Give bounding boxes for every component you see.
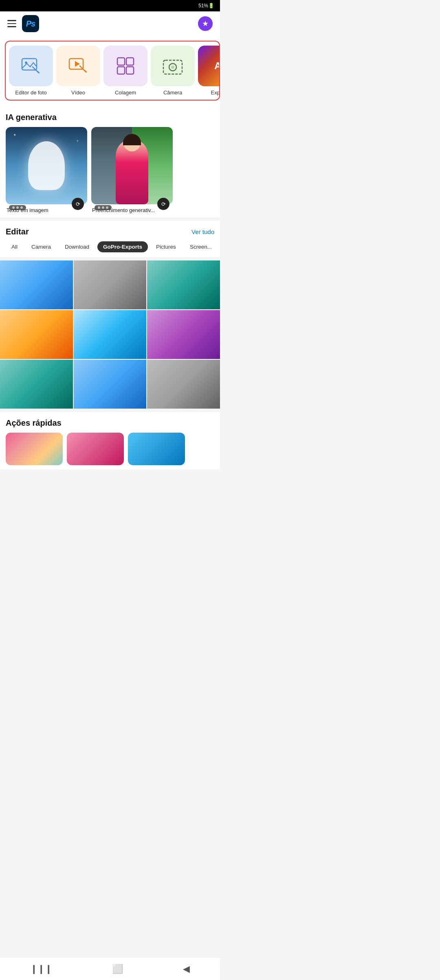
acao-card-3[interactable] bbox=[128, 433, 185, 465]
dress-image: ✦ ✦ bbox=[6, 127, 87, 204]
camera-label: Câmera bbox=[163, 90, 182, 96]
tool-camera[interactable]: Câmera bbox=[151, 46, 195, 96]
svg-text:A: A bbox=[214, 60, 220, 71]
ia-generativa-title: IA generativa bbox=[6, 113, 57, 122]
tool-editor-foto[interactable]: Editor de foto bbox=[9, 46, 53, 96]
filter-all[interactable]: All bbox=[6, 241, 23, 252]
editar-section: Editar Ver tudo All Camera Download GoPr… bbox=[0, 221, 220, 257]
battery-icon: 🔋 bbox=[208, 3, 214, 9]
acoes-title: Ações rápidas bbox=[6, 418, 62, 428]
filter-pictures[interactable]: Pictures bbox=[150, 241, 182, 252]
filter-camera[interactable]: Camera bbox=[26, 241, 57, 252]
photo-cell-2[interactable] bbox=[74, 260, 147, 309]
app-icon[interactable]: Ps bbox=[22, 15, 39, 32]
hamburger-button[interactable] bbox=[7, 20, 16, 27]
ai-card-preenchimento[interactable]: ⟳ Preenchimento generativ... bbox=[91, 127, 173, 213]
colagem-icon-box bbox=[103, 46, 147, 86]
photo-grid bbox=[0, 260, 220, 409]
ai-cards-container: ✦ ✦ ⟳ Texto em imagem bbox=[6, 127, 214, 213]
battery-text: 51% bbox=[198, 3, 208, 9]
filter-gopro[interactable]: GoPro-Exports bbox=[97, 241, 148, 252]
photo-cell-3[interactable] bbox=[147, 260, 220, 309]
main-content: IA generativa ✦ ✦ ⟳ Texto em bbox=[0, 105, 220, 498]
editor-foto-icon-box bbox=[9, 46, 53, 86]
ai-overlay-dots bbox=[9, 205, 26, 210]
tool-colagem[interactable]: Colagem bbox=[103, 46, 147, 96]
acoes-rapidas-section: Ações rápidas bbox=[0, 412, 220, 469]
acao-card-2[interactable] bbox=[67, 433, 124, 465]
express-label: Expre... bbox=[211, 90, 220, 96]
photo-cell-6[interactable] bbox=[147, 310, 220, 359]
tools-section: Editor de foto Vídeo bbox=[0, 36, 220, 105]
svg-rect-10 bbox=[117, 67, 125, 74]
camera-icon-box bbox=[151, 46, 195, 86]
portrait-image bbox=[91, 127, 173, 204]
acoes-cards bbox=[6, 433, 214, 465]
filter-tabs: All Camera Download GoPro-Exports Pictur… bbox=[6, 241, 214, 257]
svg-rect-3 bbox=[37, 70, 40, 74]
tool-video[interactable]: Vídeo bbox=[56, 46, 100, 96]
photo-cell-8[interactable] bbox=[74, 360, 147, 409]
ia-generativa-section: IA generativa ✦ ✦ ⟳ Texto em bbox=[0, 105, 220, 217]
photo-cell-4[interactable] bbox=[0, 310, 73, 359]
colagem-label: Colagem bbox=[115, 90, 136, 96]
photo-cell-7[interactable] bbox=[0, 360, 73, 409]
photo-cell-1[interactable] bbox=[0, 260, 73, 309]
svg-point-14 bbox=[171, 66, 174, 69]
star-icon: ★ bbox=[202, 19, 209, 28]
editor-foto-label: Editor de foto bbox=[15, 90, 46, 96]
filter-download[interactable]: Download bbox=[59, 241, 95, 252]
ai-card-texto-imagem[interactable]: ✦ ✦ ⟳ Texto em imagem bbox=[6, 127, 87, 213]
ver-tudo-link[interactable]: Ver tudo bbox=[191, 228, 214, 235]
photo-cell-9[interactable] bbox=[147, 360, 220, 409]
ai-overlay-dots-2 bbox=[95, 205, 112, 210]
svg-rect-11 bbox=[126, 67, 134, 74]
ai-badge-2: ⟳ bbox=[157, 198, 169, 210]
top-nav: Ps ★ bbox=[0, 11, 220, 36]
acoes-header: Ações rápidas bbox=[6, 418, 214, 428]
tool-express[interactable]: A Expre... bbox=[198, 46, 220, 96]
video-label: Vídeo bbox=[71, 90, 85, 96]
ps-label: Ps bbox=[26, 19, 35, 28]
editar-title: Editar bbox=[6, 227, 29, 236]
acao-card-1[interactable] bbox=[6, 433, 63, 465]
dress-shape bbox=[28, 141, 65, 190]
svg-rect-7 bbox=[84, 70, 87, 73]
ia-generativa-header: IA generativa bbox=[6, 113, 214, 122]
video-icon-box bbox=[56, 46, 100, 86]
tools-scroll-container: Editor de foto Vídeo bbox=[5, 41, 220, 101]
editar-header: Editar Ver tudo bbox=[6, 227, 214, 236]
filter-screenshots[interactable]: Screen... bbox=[184, 241, 214, 252]
nav-left: Ps bbox=[7, 15, 39, 32]
status-bar: 51% 🔋 bbox=[0, 0, 220, 11]
svg-rect-8 bbox=[117, 58, 125, 65]
photo-cell-5[interactable] bbox=[74, 310, 147, 359]
premium-button[interactable]: ★ bbox=[198, 16, 213, 31]
express-icon-box: A bbox=[198, 46, 220, 86]
svg-marker-5 bbox=[75, 61, 80, 67]
ai-badge-1: ⟳ bbox=[72, 198, 84, 210]
svg-rect-9 bbox=[126, 58, 134, 65]
